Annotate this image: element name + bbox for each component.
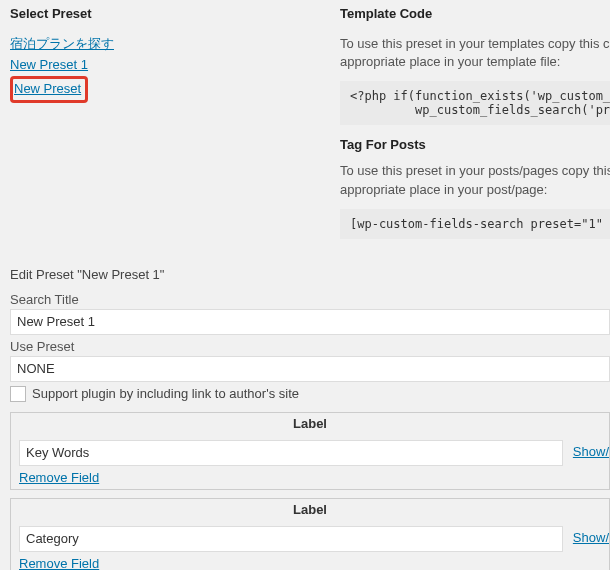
use-preset-select[interactable]: [10, 356, 610, 382]
remove-field-1[interactable]: Remove Field: [19, 556, 99, 570]
remove-field-0[interactable]: Remove Field: [19, 470, 99, 485]
field-label-header-1: Label: [11, 499, 609, 520]
support-checkbox-label: Support plugin by including link to auth…: [32, 386, 299, 401]
show-toggle-1[interactable]: Show/: [573, 530, 609, 545]
search-title-input[interactable]: [10, 309, 610, 335]
select-preset-heading: Select Preset: [10, 6, 340, 21]
preset-link-2[interactable]: New Preset: [14, 81, 81, 96]
select-preset-panel: Select Preset 宿泊プランを探す New Preset 1 New …: [10, 6, 340, 251]
tag-for-posts-desc: To use this preset in your posts/pages c…: [340, 162, 610, 198]
field-group-1: Label Show/ Remove Field: [10, 498, 610, 570]
preset-link-0[interactable]: 宿泊プランを探す: [10, 35, 114, 53]
support-checkbox[interactable]: [10, 386, 26, 402]
use-preset-label: Use Preset: [10, 339, 610, 354]
show-toggle-0[interactable]: Show/: [573, 444, 609, 459]
field-label-header-0: Label: [11, 413, 609, 434]
template-code-panel: Template Code To use this preset in your…: [340, 6, 610, 251]
edit-preset-title: Edit Preset "New Preset 1": [10, 267, 610, 282]
field-label-input-1[interactable]: [19, 526, 563, 552]
template-code-desc: To use this preset in your templates cop…: [340, 35, 610, 71]
template-php-code: <?php if(function_exists('wp_custom_fiel…: [340, 81, 610, 125]
tag-for-posts-heading: Tag For Posts: [340, 137, 610, 152]
template-code-heading: Template Code: [340, 6, 610, 21]
field-label-input-0[interactable]: [19, 440, 563, 466]
preset-link-highlighted: New Preset: [10, 76, 88, 103]
preset-link-1[interactable]: New Preset 1: [10, 57, 88, 72]
search-title-label: Search Title: [10, 292, 610, 307]
shortcode-block: [wp-custom-fields-search preset="1" ]: [340, 209, 610, 239]
field-group-0: Label Show/ Remove Field: [10, 412, 610, 490]
